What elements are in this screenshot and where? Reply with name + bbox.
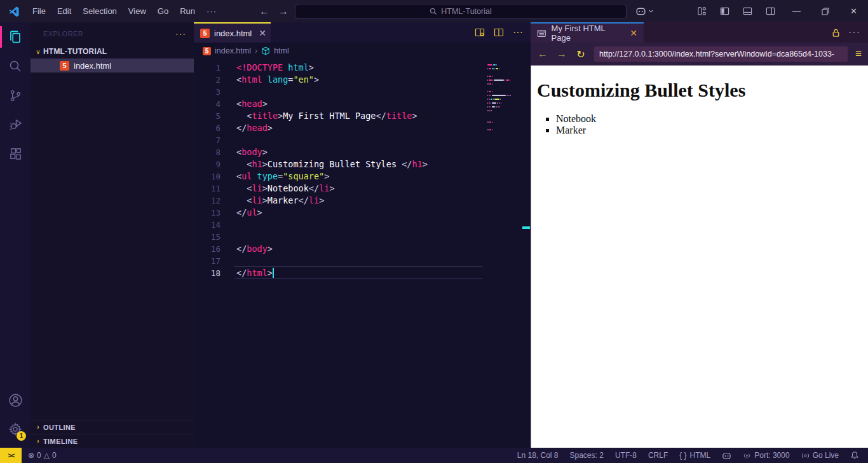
remote-indicator[interactable]: ><	[0, 448, 22, 463]
go-live-status[interactable]: Go Live	[801, 451, 839, 460]
html5-file-icon: 5	[203, 47, 211, 55]
minimap[interactable]	[487, 63, 520, 132]
indentation-status[interactable]: Spaces: 2	[570, 451, 604, 460]
warnings-icon: △	[44, 451, 50, 460]
forward-arrow-icon[interactable]: →	[277, 6, 290, 17]
bullet-list: NotebookMarker	[531, 113, 868, 136]
folder-row[interactable]: ∨ HTML-TUTORIAL	[31, 45, 194, 59]
tab-close-icon[interactable]: ✕	[259, 28, 266, 38]
settings-gear-icon[interactable]: 1	[0, 415, 31, 444]
explorer-title: EXPLORER	[43, 30, 83, 38]
toggle-secondary-sidebar-icon[interactable]	[762, 3, 778, 20]
line-number: 7	[194, 134, 220, 146]
minimize-button[interactable]: —	[782, 0, 811, 22]
breadcrumb-file[interactable]: index.html	[215, 46, 251, 55]
copilot-icon	[635, 6, 646, 17]
line-number: 17	[194, 255, 220, 267]
file-row-index-html[interactable]: 5 index.html	[31, 59, 194, 73]
folder-name: HTML-TUTORIAL	[43, 47, 107, 56]
toggle-panel-icon[interactable]	[739, 3, 756, 20]
code-line[interactable]: 18</html>	[194, 267, 531, 279]
code-line[interactable]: 5 <title>My First HTML Page</title>	[194, 110, 531, 122]
back-arrow-icon[interactable]: ←	[258, 6, 271, 17]
menu-item[interactable]: View	[123, 0, 152, 22]
code-line[interactable]: 7	[194, 134, 531, 146]
editor-tab-bar: 5 index.html ✕ ···	[194, 22, 531, 43]
close-button[interactable]: ✕	[839, 0, 868, 22]
accounts-icon[interactable]	[0, 385, 31, 415]
code-line[interactable]: 14	[194, 219, 531, 231]
menu-item[interactable]: Edit	[51, 0, 77, 22]
copilot-menu[interactable]	[635, 6, 654, 17]
problems-status[interactable]: ⊗ 0 △ 0	[22, 451, 57, 460]
browser-reload-icon[interactable]: ↻	[575, 48, 587, 60]
code-line[interactable]: 9 <h1>Customizing Bullet Styles </h1>	[194, 158, 531, 170]
code-line[interactable]: 2<html lang="en">	[194, 74, 531, 86]
open-preview-icon[interactable]	[475, 27, 485, 38]
extensions-icon[interactable]	[0, 139, 31, 169]
menu-more-icon[interactable]: ···	[201, 6, 222, 16]
explorer-icon[interactable]	[0, 22, 31, 52]
browser-menu-icon[interactable]: ≡	[855, 48, 862, 60]
copilot-status-icon[interactable]	[722, 451, 731, 460]
browser-more-actions-icon[interactable]: ···	[848, 27, 860, 38]
notifications-bell-icon[interactable]	[850, 451, 859, 460]
code-line[interactable]: 15	[194, 231, 531, 243]
editor-more-actions-icon[interactable]: ···	[513, 27, 523, 38]
line-number: 5	[194, 110, 220, 122]
explorer-more-actions-icon[interactable]: ···	[175, 29, 186, 39]
restore-button[interactable]	[811, 0, 839, 22]
code-line[interactable]: 12 <li>Marker</li>	[194, 195, 531, 207]
section-label: TIMELINE	[43, 438, 78, 445]
run-debug-icon[interactable]	[0, 110, 31, 139]
html5-file-icon: 5	[200, 29, 210, 38]
warnings-count: 0	[52, 451, 57, 460]
code-line[interactable]: 11 <li>Notebook</li>	[194, 183, 531, 195]
page-heading: Customizing Bullet Styles	[537, 79, 868, 101]
code-lines: 1<!DOCTYPE html>2<html lang="en">34<head…	[194, 62, 531, 279]
search-command-center[interactable]: HTML-Tutorial	[295, 4, 627, 19]
vscode-logo-icon	[8, 6, 20, 17]
toggle-sidebar-icon[interactable]	[716, 3, 733, 20]
cursor-position-status[interactable]: Ln 18, Col 8	[517, 451, 559, 460]
code-line[interactable]: 1<!DOCTYPE html>	[194, 62, 531, 74]
eol-status[interactable]: CRLF	[648, 451, 668, 460]
encoding-status[interactable]: UTF-8	[615, 451, 637, 460]
editor-group: 5 index.html ✕ ··· 5 index.html › html 1…	[194, 22, 531, 448]
source-control-icon[interactable]	[0, 81, 31, 110]
code-line[interactable]: 17	[194, 255, 531, 267]
browser-forward-icon[interactable]: →	[556, 48, 567, 60]
browser-tab-close-icon[interactable]: ✕	[630, 28, 637, 38]
symbol-cube-icon	[261, 46, 270, 55]
menu-item[interactable]: File	[27, 0, 51, 22]
customize-layout-icon[interactable]	[693, 3, 710, 20]
explorer-sidebar: EXPLORER ··· ∨ HTML-TUTORIAL 5 index.htm…	[31, 22, 194, 448]
code-line[interactable]: 13</ul>	[194, 207, 531, 219]
code-line[interactable]: 3	[194, 86, 531, 98]
line-number: 6	[194, 122, 220, 134]
search-sidebar-icon[interactable]	[0, 52, 31, 81]
url-input[interactable]: http://127.0.0.1:3000/index.html?serverW…	[594, 46, 848, 62]
sidebar-section[interactable]: › OUTLINE	[31, 420, 194, 434]
list-item: Marker	[556, 125, 868, 136]
split-editor-icon[interactable]	[494, 27, 504, 38]
activity-bar-bottom: 1	[0, 385, 31, 448]
tab-index-html[interactable]: 5 index.html ✕	[194, 22, 271, 43]
menu-item[interactable]: Run	[174, 0, 201, 22]
code-line[interactable]: 6</head>	[194, 122, 531, 134]
sidebar-section[interactable]: › TIMELINE	[31, 434, 194, 448]
code-line[interactable]: 4<head>	[194, 98, 531, 110]
language-status[interactable]: { } HTML	[679, 451, 710, 460]
code-line[interactable]: 10<ul type="square">	[194, 170, 531, 183]
port-status[interactable]: Port: 3000	[743, 451, 789, 460]
search-label: HTML-Tutorial	[441, 7, 491, 16]
tab-my-first-html-page[interactable]: My First HTML Page ✕	[531, 22, 644, 43]
code-line[interactable]: 8<body>	[194, 146, 531, 158]
browser-back-icon[interactable]: ←	[537, 48, 548, 60]
code-line[interactable]: 16</body>	[194, 243, 531, 255]
menu-item[interactable]: Go	[152, 0, 174, 22]
breadcrumb-symbol[interactable]: html	[274, 46, 289, 55]
browser-panel-actions: ···	[831, 22, 868, 43]
menu-item[interactable]: Selection	[77, 0, 122, 22]
code-editor[interactable]: 1<!DOCTYPE html>2<html lang="en">34<head…	[194, 59, 531, 448]
